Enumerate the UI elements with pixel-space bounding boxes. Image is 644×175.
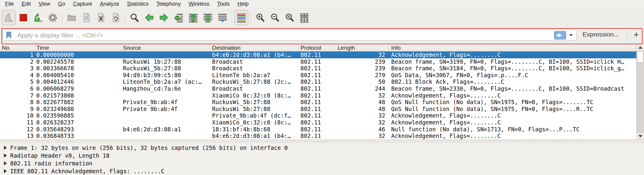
go-previous-packet-button[interactable] — [142, 10, 156, 25]
menu-item-file[interactable]: File — [1, 1, 18, 7]
go-next-packet-button[interactable] — [157, 10, 171, 25]
menu-item-help[interactable]: Help — [234, 1, 253, 7]
table-row[interactable]: 2 0.002245578 RuckusWi_1b:27:88 Broadcas… — [0, 58, 636, 65]
table-row[interactable]: 10 0.023590885 Private_9b:ab:4f (dc:f… 8… — [0, 112, 636, 119]
cell-destination: RuckusWi_5b:27:88 (2c:… — [210, 78, 298, 85]
expander-triangle-icon[interactable] — [4, 161, 7, 165]
cell-length: 50 — [335, 78, 389, 85]
save-file-button[interactable] — [79, 10, 93, 25]
cell-time: 0.023590885 — [35, 112, 121, 119]
detail-tree-row[interactable]: Frame 1: 32 bytes on wire (256 bits), 32… — [0, 144, 644, 152]
zoom-original-button[interactable] — [283, 10, 297, 25]
table-row[interactable]: 12 0.035648293 b4:e6:2d:d3:08:a1 18:31:b… — [0, 126, 636, 133]
find-packet-button[interactable] — [128, 10, 141, 25]
last-packet-icon — [203, 13, 213, 23]
column-header-length[interactable]: Length — [335, 44, 389, 51]
zoom-out-button[interactable] — [268, 10, 282, 25]
table-row[interactable]: 13 0.036848733 b4:e6:2d:d3:08:a1 (b4:… 8… — [0, 133, 636, 139]
colorize-packets-button[interactable] — [235, 10, 248, 25]
cell-protocol: 802.11 — [298, 119, 335, 126]
vertical-scrollbar[interactable] — [636, 44, 644, 139]
cell-no: 11 — [0, 119, 35, 126]
table-row[interactable]: 3 0.003366678 RuckusWi_5b:27:88 Broadcas… — [0, 65, 636, 72]
close-file-button[interactable] — [94, 10, 108, 25]
capture-options-button[interactable] — [46, 10, 60, 25]
menu-item-statistics[interactable]: Statistics — [123, 1, 152, 7]
column-header-destination[interactable]: Destination — [210, 44, 298, 51]
detail-tree-row[interactable]: 802.11 radio information — [0, 159, 644, 167]
menu-item-capture[interactable]: Capture — [69, 1, 96, 7]
expression-button[interactable]: Expression... — [583, 31, 619, 38]
menu-item-edit[interactable]: Edit — [18, 1, 35, 7]
cell-info: Acknowledgement, Flags=........C — [389, 119, 636, 126]
table-row[interactable]: 5 0.004012446 LiteonTe_bb:2a:a7 (ac:… Ru… — [0, 78, 636, 85]
cell-destination: 18:31:bf:4b:8b:68 — [210, 126, 298, 133]
go-to-packet-button[interactable] — [172, 10, 185, 25]
cell-info: QoS Null function (No data), SN=1975, FN… — [389, 99, 636, 106]
cell-length: 239 — [335, 58, 389, 65]
scrollbar-thumb[interactable] — [637, 51, 643, 63]
stop-capture-button[interactable] — [16, 10, 30, 25]
table-row[interactable]: 1 0.000000000 b4:e6:2d:d3:08:a1 (b4:… 80… — [0, 51, 636, 58]
column-header-protocol[interactable]: Protocol — [298, 44, 335, 51]
zoom-in-button[interactable] — [253, 10, 267, 25]
table-row[interactable]: 8 0.022677882 Private_9b:ab:4f RuckusWi_… — [0, 99, 636, 106]
scroll-down-button[interactable] — [637, 133, 644, 139]
go-to-packet-icon — [173, 13, 184, 23]
filter-placeholder-text: Apply a display filter ... <Ctrl-/> — [17, 32, 554, 39]
expander-triangle-icon[interactable] — [4, 153, 7, 158]
table-row[interactable]: 4 0.004005410 94:d9:b3:99:c5:80 LiteonTe… — [0, 72, 636, 79]
menu-item-wireless[interactable]: Wireless — [185, 1, 213, 7]
pane-splitter[interactable]: ······ — [0, 139, 644, 143]
table-row[interactable]: 7 0.021573808 XiaomiCo_0c:32:c0 (8c:… 80… — [0, 92, 636, 99]
restart-capture-button[interactable] — [31, 10, 45, 25]
menu-item-telephony[interactable]: Telephony — [152, 1, 185, 7]
cell-time: 0.006068279 — [35, 85, 121, 92]
go-first-packet-button[interactable] — [186, 10, 200, 25]
cell-protocol: 802.11 — [298, 92, 335, 99]
table-row[interactable]: 11 0.026328237 XiaomiCo_0c:32:c0 (8c:… 8… — [0, 119, 636, 126]
reload-file-button[interactable] — [109, 10, 123, 25]
table-row[interactable]: 9 0.023249680 Private_9b:ab:4f RuckusWi_… — [0, 106, 636, 112]
scroll-up-button[interactable] — [637, 44, 644, 51]
cell-source — [121, 92, 210, 99]
toolbar-separator — [62, 12, 62, 23]
right-arrow-icon — [559, 33, 562, 37]
cell-length: 48 — [335, 106, 389, 112]
go-last-packet-button[interactable] — [201, 10, 215, 25]
menu-item-tools[interactable]: Tools — [213, 1, 234, 7]
apply-filter-button[interactable] — [554, 31, 566, 39]
menu-item-view[interactable]: View — [35, 1, 54, 7]
auto-scroll-button[interactable] — [216, 10, 229, 25]
filter-bookmark-button[interactable] — [4, 31, 13, 39]
column-header-time[interactable]: Time — [35, 44, 121, 51]
detail-tree-row[interactable]: IEEE 802.11 Acknowledgement, Flags: ....… — [0, 167, 644, 175]
filter-dropdown-caret-icon[interactable] — [569, 34, 573, 36]
cell-no: 10 — [0, 112, 35, 119]
detail-tree-row[interactable]: Radiotap Header v0, Length 18 — [0, 152, 644, 159]
column-header-info[interactable]: Info — [389, 44, 636, 51]
expander-triangle-icon[interactable] — [4, 146, 7, 150]
cell-destination: b4:e6:2d:d3:08:a1 (b4:… — [210, 51, 298, 58]
open-file-button[interactable] — [65, 10, 78, 25]
resize-columns-button[interactable] — [297, 10, 311, 25]
cell-time: 0.023249680 — [35, 106, 121, 112]
table-row[interactable]: 6 0.006068279 Hangzhou_cd:7a:6e Broadcas… — [0, 85, 636, 92]
cell-length: 32 — [335, 51, 389, 58]
menu-item-go[interactable]: Go — [54, 1, 69, 7]
cell-no: 1 — [0, 51, 35, 58]
column-header-source[interactable]: Source — [121, 44, 210, 51]
menu-item-analyze[interactable]: Analyze — [96, 1, 123, 7]
cell-length: 279 — [335, 72, 389, 79]
green-right-arrow-icon — [159, 13, 169, 23]
shark-fin-icon — [4, 13, 14, 23]
start-capture-button[interactable] — [2, 10, 16, 25]
display-filter-input[interactable]: Apply a display filter ... <Ctrl-/> — [2, 30, 577, 41]
expander-triangle-icon[interactable] — [4, 169, 7, 173]
menu-bar: File Edit View Go Capture Analyze Statis… — [0, 0, 644, 8]
cell-time: 0.003366678 — [35, 65, 121, 72]
cell-source — [121, 112, 210, 119]
add-filter-button[interactable]: + — [631, 29, 642, 41]
column-header-no[interactable]: No. — [0, 44, 35, 51]
cell-time: 0.000000000 — [35, 51, 121, 58]
